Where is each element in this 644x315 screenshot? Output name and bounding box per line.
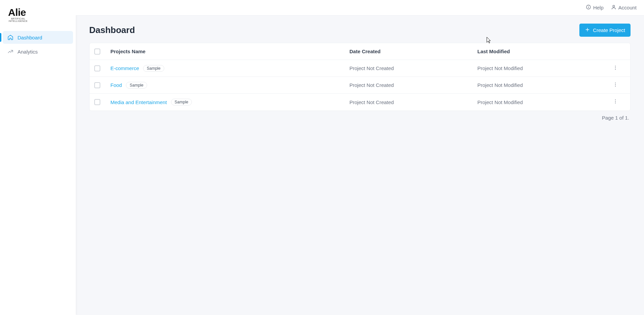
help-label: Help [593, 5, 604, 10]
more-vertical-icon [613, 65, 618, 72]
more-vertical-icon [613, 82, 618, 89]
help-link[interactable]: Help [586, 4, 604, 11]
svg-point-13 [615, 101, 616, 102]
plus-icon [585, 27, 590, 33]
project-link[interactable]: Media and Entertainment [110, 99, 167, 105]
last-modified-cell: Project Not Modified [477, 99, 605, 105]
account-label: Account [618, 5, 637, 10]
row-actions-button[interactable] [611, 64, 620, 73]
column-header-modified: Last Modified [477, 49, 605, 54]
main: Help Account Dashboard Create Project [76, 0, 644, 315]
svg-point-14 [615, 103, 616, 103]
analytics-icon [7, 49, 13, 55]
select-all-checkbox[interactable] [94, 49, 100, 55]
date-created-cell: Project Not Created [349, 65, 477, 71]
page-title: Dashboard [89, 25, 135, 35]
logo-text: Alie [8, 7, 68, 18]
column-header-name: Projects Name [110, 49, 349, 54]
svg-point-12 [615, 99, 616, 100]
projects-table: Projects Name Date Created Last Modified… [89, 43, 631, 111]
table-row: Media and Entertainment Sample Project N… [90, 94, 630, 111]
sidebar-item-label: Dashboard [18, 35, 42, 40]
info-icon [586, 4, 591, 11]
logo-tagline: ARTIFICIAL INTELLIGENCE [8, 18, 28, 22]
date-created-cell: Project Not Created [349, 99, 477, 105]
sidebar-item-analytics[interactable]: Analytics [3, 45, 73, 58]
last-modified-cell: Project Not Modified [477, 82, 605, 88]
svg-point-9 [615, 83, 616, 83]
page-header: Dashboard Create Project [89, 24, 631, 37]
create-project-label: Create Project [593, 27, 625, 33]
svg-point-6 [615, 66, 616, 66]
column-header-date: Date Created [349, 49, 477, 54]
more-vertical-icon [613, 99, 618, 105]
row-actions-button[interactable] [611, 81, 620, 90]
table-row: Food Sample Project Not Created Project … [90, 77, 630, 94]
sidebar-item-label: Analytics [18, 49, 38, 55]
row-actions-button[interactable] [611, 97, 620, 107]
sample-badge: Sample [171, 99, 192, 105]
app-root: Alie ARTIFICIAL INTELLIGENCE Dashboard A… [0, 0, 644, 315]
table-row: E-commerce Sample Project Not Created Pr… [90, 60, 630, 77]
create-project-button[interactable]: Create Project [579, 24, 631, 37]
row-checkbox[interactable] [94, 99, 100, 105]
project-link[interactable]: E-commerce [110, 65, 139, 71]
sidebar-item-dashboard[interactable]: Dashboard [3, 31, 73, 44]
user-icon [611, 4, 616, 11]
last-modified-cell: Project Not Modified [477, 65, 605, 71]
sample-badge: Sample [126, 82, 147, 89]
svg-point-3 [613, 5, 614, 7]
topbar: Help Account [76, 0, 644, 15]
svg-point-11 [615, 86, 616, 86]
sidebar-nav: Dashboard Analytics [0, 31, 76, 58]
pagination-text: Page 1 of 1. [89, 115, 631, 121]
sidebar: Alie ARTIFICIAL INTELLIGENCE Dashboard A… [0, 0, 76, 315]
svg-point-7 [615, 67, 616, 68]
svg-point-10 [615, 84, 616, 85]
content: Dashboard Create Project Projects Name D… [76, 15, 644, 315]
logo: Alie ARTIFICIAL INTELLIGENCE [0, 7, 76, 31]
table-header-row: Projects Name Date Created Last Modified [90, 43, 630, 60]
project-link[interactable]: Food [110, 82, 122, 88]
row-checkbox[interactable] [94, 82, 100, 88]
date-created-cell: Project Not Created [349, 82, 477, 88]
sample-badge: Sample [143, 65, 164, 72]
account-link[interactable]: Account [611, 4, 637, 11]
row-checkbox[interactable] [94, 65, 100, 71]
svg-point-8 [615, 69, 616, 69]
home-icon [7, 34, 13, 40]
